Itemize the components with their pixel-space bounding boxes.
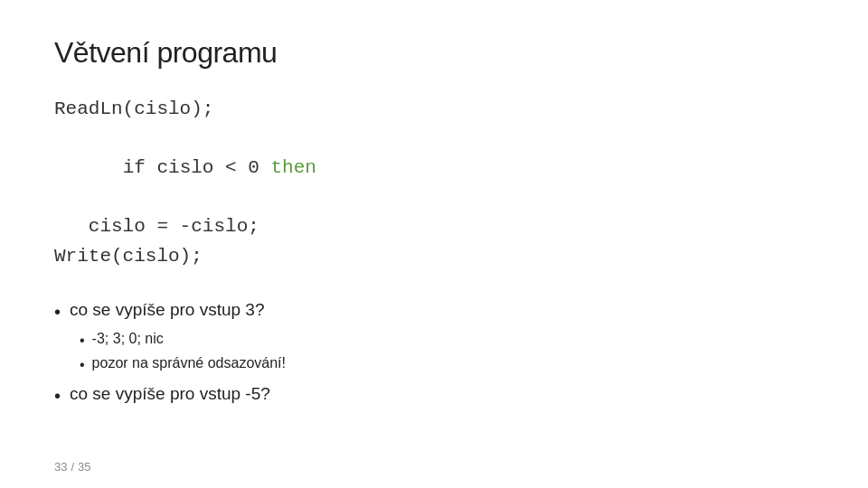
slide-title: Větvení programu xyxy=(54,36,814,70)
page-total: 35 xyxy=(78,460,90,474)
bullet-sub-1: -3; 3; 0; nic xyxy=(80,331,814,351)
bullet-sub-1-text: -3; 3; 0; nic xyxy=(92,331,164,347)
page-separator: / xyxy=(71,460,74,474)
bullet-sub-2: pozor na správné odsazování! xyxy=(80,355,814,375)
code-line-3: cislo = -cislo; xyxy=(54,212,814,242)
bullet-main-1: co se vypíše pro vstup 3? xyxy=(54,300,814,324)
bullet-section: co se vypíše pro vstup 3? -3; 3; 0; nic … xyxy=(54,300,814,408)
code-block: ReadLn(cislo); if cislo < 0 then cislo =… xyxy=(54,95,814,271)
code-line-2-keyword: then xyxy=(270,157,316,178)
slide: Větvení programu ReadLn(cislo); if cislo… xyxy=(0,0,868,488)
code-line-2: if cislo < 0 then xyxy=(54,125,814,213)
bullet-main-2: co se vypíše pro vstup -5? xyxy=(54,384,814,408)
bullet-sub-2-text: pozor na správné odsazování! xyxy=(92,355,286,371)
bullet-main-1-text: co se vypíše pro vstup 3? xyxy=(70,300,264,320)
page-number: 33 xyxy=(54,460,67,474)
code-line-4: Write(cislo); xyxy=(54,242,814,272)
code-line-2-prefix: if cislo < 0 xyxy=(123,157,271,178)
slide-footer: 33 / 35 xyxy=(54,460,91,474)
bullet-main-2-text: co se vypíše pro vstup -5? xyxy=(70,384,270,404)
code-line-1: ReadLn(cislo); xyxy=(54,95,814,125)
